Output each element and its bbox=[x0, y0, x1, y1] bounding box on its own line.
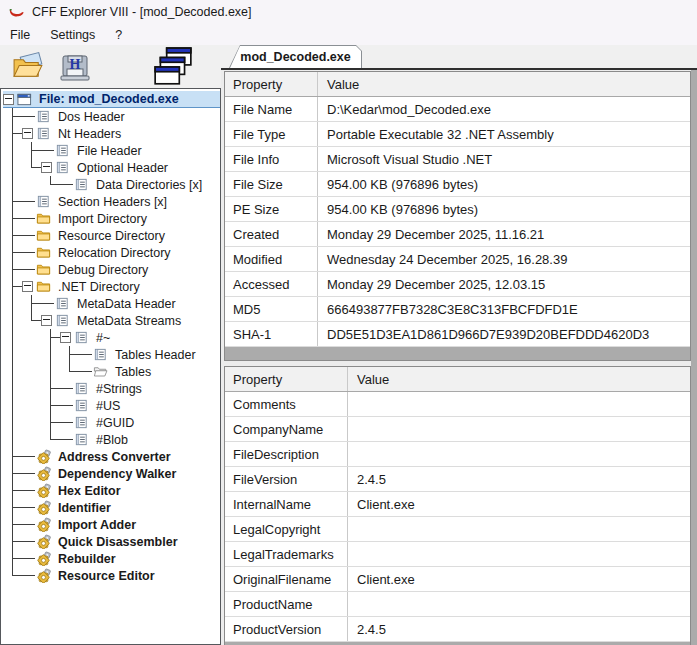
tree-item-import-adder[interactable]: Import Adder bbox=[3, 516, 220, 533]
tree-item-label: MetaData Header bbox=[74, 297, 179, 311]
document-area: PropertyValueFile NameD:\Kedar\mod_Decod… bbox=[221, 70, 697, 645]
tree-item-dos-header[interactable]: Dos Header bbox=[3, 108, 220, 125]
collapse-toggle[interactable] bbox=[41, 315, 52, 326]
menu-file[interactable]: File bbox=[0, 26, 40, 44]
value-cell: D:\Kedar\mod_Decoded.exe bbox=[318, 97, 690, 121]
tree-item-import-directory[interactable]: Import Directory bbox=[3, 210, 220, 227]
table-row[interactable]: LegalCopyright bbox=[225, 517, 690, 542]
tree-item-section-headers-x[interactable]: Section Headers [x] bbox=[3, 193, 220, 210]
save-file-icon[interactable]: H bbox=[58, 49, 92, 85]
collapse-toggle[interactable] bbox=[3, 94, 14, 105]
tree-guide-line bbox=[3, 227, 22, 244]
table-row[interactable]: File InfoMicrosoft Visual Studio .NET bbox=[225, 147, 690, 172]
tree-branch-line bbox=[79, 363, 92, 380]
value-cell: 954.00 KB (976896 bytes) bbox=[318, 197, 690, 221]
table-row[interactable]: OriginalFilenameClient.exe bbox=[225, 567, 690, 592]
tree-guide-line bbox=[41, 397, 60, 414]
tree-item-metadata-header[interactable]: MetaData Header bbox=[3, 295, 220, 312]
tree-branch-line bbox=[60, 176, 73, 193]
tree-guide-line bbox=[3, 278, 22, 295]
table-row[interactable]: AccessedMonday 29 December 2025, 12.03.1… bbox=[225, 272, 690, 297]
tree-guide-line bbox=[41, 431, 60, 448]
tree-item-hex-editor[interactable]: Hex Editor bbox=[3, 482, 220, 499]
tree-item-file-mod-decoded-exe[interactable]: File: mod_Decoded.exe bbox=[3, 91, 220, 108]
menu-help[interactable]: ? bbox=[105, 26, 132, 44]
tree-item-resource-editor[interactable]: Resource Editor bbox=[3, 567, 220, 584]
table-row[interactable]: ModifiedWednesday 24 December 2025, 16.2… bbox=[225, 247, 690, 272]
column-header: Value bbox=[318, 72, 690, 96]
table-row[interactable]: InternalNameClient.exe bbox=[225, 492, 690, 517]
tree-item-[interactable]: #~ bbox=[3, 329, 220, 346]
tree-item-blob[interactable]: #Blob bbox=[3, 431, 220, 448]
cascade-windows-icon[interactable] bbox=[152, 46, 194, 88]
tree-item-label: Debug Directory bbox=[55, 263, 151, 277]
collapse-toggle[interactable] bbox=[22, 128, 33, 139]
value-cell: 666493877FB7328C3E8C313FBCFDFD1E bbox=[318, 297, 690, 321]
table-row[interactable]: FileDescription bbox=[225, 442, 690, 467]
listbox-icon bbox=[74, 330, 90, 346]
tree-item-nt-headers[interactable]: Nt Headers bbox=[3, 125, 220, 142]
table-row[interactable]: CreatedMonday 29 December 2025, 11.16.21 bbox=[225, 222, 690, 247]
tree-guide-line bbox=[22, 176, 41, 193]
menu-settings[interactable]: Settings bbox=[40, 26, 105, 44]
tree-item-debug-directory[interactable]: Debug Directory bbox=[3, 261, 220, 278]
table-row[interactable]: File NameD:\Kedar\mod_Decoded.exe bbox=[225, 97, 690, 122]
tree-item-tables[interactable]: Tables bbox=[3, 363, 220, 380]
tree-item-data-directories-x[interactable]: Data Directories [x] bbox=[3, 176, 220, 193]
tree-item-resource-directory[interactable]: Resource Directory bbox=[3, 227, 220, 244]
tab-mod-decoded-exe[interactable]: mod_Decoded.exe bbox=[229, 45, 362, 68]
tree-item-identifier[interactable]: Identifier bbox=[3, 499, 220, 516]
table-row[interactable]: LegalTrademarks bbox=[225, 542, 690, 567]
menu-bar: File Settings ? bbox=[0, 24, 697, 45]
tree-item-guid[interactable]: #GUID bbox=[3, 414, 220, 431]
property-cell: File Info bbox=[225, 147, 318, 171]
tree-guide-line bbox=[41, 329, 60, 346]
tree-guide-line bbox=[3, 380, 22, 397]
tree-item-tables-header[interactable]: Tables Header bbox=[3, 346, 220, 363]
tree-item-relocation-directory[interactable]: Relocation Directory bbox=[3, 244, 220, 261]
collapse-toggle[interactable] bbox=[60, 332, 71, 343]
table-row[interactable]: MD5666493877FB7328C3E8C313FBCFDFD1E bbox=[225, 297, 690, 322]
left-column: H File: mod_Decoded.exeDos HeaderNt Head… bbox=[0, 45, 221, 645]
tree-item-us[interactable]: #US bbox=[3, 397, 220, 414]
tree-guide-line bbox=[3, 448, 22, 465]
table-row[interactable]: CompanyName bbox=[225, 417, 690, 442]
tree-item-metadata-streams[interactable]: MetaData Streams bbox=[3, 312, 220, 329]
property-cell: PE Size bbox=[225, 197, 318, 221]
table-row[interactable]: File Size954.00 KB (976896 bytes) bbox=[225, 172, 690, 197]
table-row[interactable]: FileVersion2.4.5 bbox=[225, 467, 690, 492]
table-row[interactable]: ProductName bbox=[225, 592, 690, 617]
collapse-toggle[interactable] bbox=[41, 162, 52, 173]
tree-guide-line bbox=[3, 550, 22, 567]
tree-guide-line bbox=[3, 261, 22, 278]
table-row[interactable]: File TypePortable Executable 32 .NET Ass… bbox=[225, 122, 690, 147]
table-row[interactable]: ProductVersion2.4.5 bbox=[225, 617, 690, 642]
property-cell: ProductVersion bbox=[225, 617, 348, 641]
tree-item-quick-disassembler[interactable]: Quick Disassembler bbox=[3, 533, 220, 550]
table-row[interactable]: PE Size954.00 KB (976896 bytes) bbox=[225, 197, 690, 222]
tree-guide-line bbox=[3, 108, 22, 125]
tree-item-strings[interactable]: #Strings bbox=[3, 380, 220, 397]
tree-guide-line bbox=[22, 312, 41, 329]
table-row[interactable]: SHA-1DD5E51D3EA1D861D966D7E939D20BEFDDD4… bbox=[225, 322, 690, 347]
listbox-icon bbox=[36, 194, 52, 210]
tree-item-net-directory[interactable]: .NET Directory bbox=[3, 278, 220, 295]
value-cell: Monday 29 December 2025, 11.16.21 bbox=[318, 222, 690, 246]
property-cell: CompanyName bbox=[225, 417, 348, 441]
tree-item-address-converter[interactable]: Address Converter bbox=[3, 448, 220, 465]
tree-guide-line bbox=[22, 431, 41, 448]
tree-item-optional-header[interactable]: Optional Header bbox=[3, 159, 220, 176]
expand-slot bbox=[22, 125, 35, 142]
open-file-icon[interactable] bbox=[11, 50, 48, 83]
property-cell: MD5 bbox=[225, 297, 318, 321]
tree-item-file-header[interactable]: File Header bbox=[3, 142, 220, 159]
listbox-icon bbox=[74, 177, 90, 193]
tree-item-label: Relocation Directory bbox=[55, 246, 174, 260]
property-cell: LegalCopyright bbox=[225, 517, 348, 541]
tree-item-rebuilder[interactable]: Rebuilder bbox=[3, 550, 220, 567]
collapse-toggle[interactable] bbox=[22, 281, 33, 292]
tree-item-dependency-walker[interactable]: Dependency Walker bbox=[3, 465, 220, 482]
value-cell bbox=[348, 517, 690, 541]
table-row[interactable]: Comments bbox=[225, 392, 690, 417]
tree-guide-line bbox=[22, 159, 41, 176]
